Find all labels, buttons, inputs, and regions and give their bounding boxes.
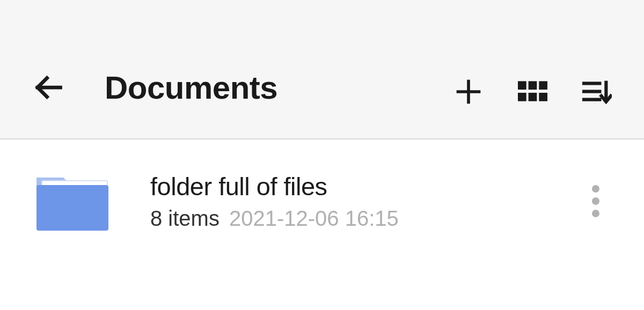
svg-rect-6 bbox=[518, 92, 526, 101]
page-title: Documents bbox=[105, 69, 453, 106]
svg-rect-3 bbox=[518, 81, 526, 90]
more-vertical-icon bbox=[592, 184, 599, 218]
sort-icon bbox=[582, 78, 612, 105]
arrow-left-icon bbox=[32, 71, 64, 104]
plus-icon bbox=[455, 78, 482, 106]
list-item[interactable]: folder full of files 8 items 2021-12-06 … bbox=[0, 169, 644, 233]
sort-button[interactable] bbox=[582, 77, 612, 106]
item-name: folder full of files bbox=[150, 172, 580, 201]
svg-rect-7 bbox=[529, 92, 537, 101]
file-list: folder full of files 8 items 2021-12-06 … bbox=[0, 139, 644, 233]
svg-rect-8 bbox=[539, 92, 547, 101]
svg-point-16 bbox=[592, 197, 599, 205]
svg-rect-11 bbox=[582, 98, 601, 101]
svg-rect-9 bbox=[582, 82, 601, 85]
grid-icon bbox=[518, 80, 547, 104]
item-count: 8 items bbox=[150, 206, 219, 231]
item-date: 2021-12-06 16:15 bbox=[229, 206, 399, 231]
svg-rect-10 bbox=[582, 90, 601, 93]
toolbar: Documents bbox=[0, 0, 644, 139]
more-options-button[interactable] bbox=[580, 177, 612, 225]
svg-point-15 bbox=[592, 185, 599, 193]
svg-rect-14 bbox=[36, 185, 108, 231]
folder-icon bbox=[32, 169, 113, 233]
grid-view-button[interactable] bbox=[518, 77, 547, 106]
back-button[interactable] bbox=[30, 69, 67, 106]
svg-point-17 bbox=[592, 210, 599, 217]
svg-rect-4 bbox=[529, 81, 537, 90]
toolbar-actions bbox=[453, 77, 612, 106]
item-details: folder full of files 8 items 2021-12-06 … bbox=[150, 172, 580, 231]
item-meta: 8 items 2021-12-06 16:15 bbox=[150, 206, 580, 231]
add-button[interactable] bbox=[453, 77, 483, 106]
svg-rect-5 bbox=[539, 81, 547, 90]
